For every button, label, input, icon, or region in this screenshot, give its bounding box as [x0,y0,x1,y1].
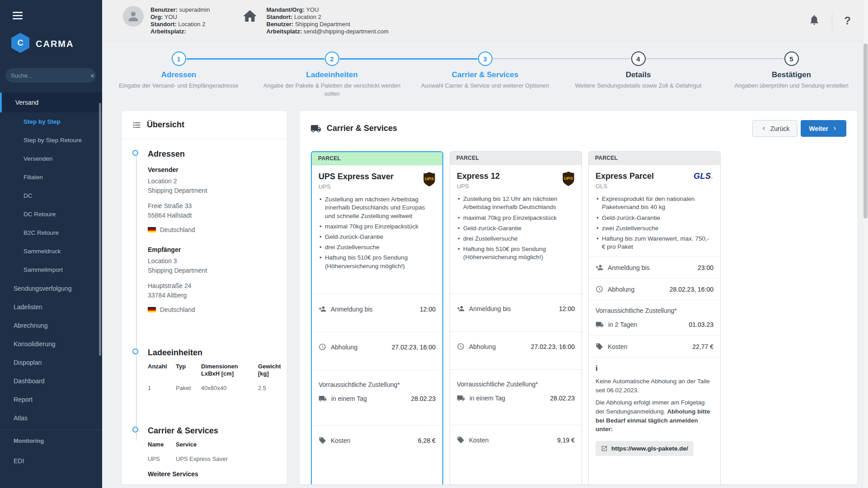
sidebar-item-step-by-step-retoure[interactable]: Step by Step Retoure [0,131,102,149]
link-text: https://www.gls-pakete.de/ [611,445,688,452]
sidebar-scrollbar-thumb[interactable] [99,103,101,356]
home-icon [240,6,260,27]
wizard-step-best-tigen[interactable]: 5BestätigenAngaben überprüfen und Sendun… [715,51,868,98]
card-carrier-name: UPS [319,183,394,190]
clock-icon [596,285,603,293]
sidebar-item-dispoplan[interactable]: Dispoplan [0,353,102,372]
card-carrier-name: UPS [457,183,500,190]
sidebar-item-sammeldruck[interactable]: Sammeldruck [0,242,102,260]
step-title: Adressen [161,70,196,79]
row-value: 27.02.23, 16:00 [531,343,575,350]
carrier-card-express-12[interactable]: PARCELExpress 12UPSUPSZustellung bis 12 … [450,151,582,484]
user-avatar-icon [123,6,144,27]
topbar-divider [832,12,832,29]
search-input[interactable] [11,72,90,79]
ups-logo-icon: UPS [562,172,575,188]
table-header-row: NameService [148,441,276,448]
person-add-icon [319,305,326,313]
gls-registration-link[interactable]: https://www.gls-pakete.de/ [596,441,694,456]
step-description: Weitere Sendungsdetails sowie Zoll & Gef… [575,82,701,90]
table-cell: 1 [148,377,176,391]
kosten-row: Kosten22,77 € [589,335,720,357]
table-cell: Paket [176,377,201,391]
zustellung-duration: in einem Tag [331,395,367,402]
row-label: Abholung [608,286,634,293]
info-line: Mandant/Org: YOU [267,6,389,14]
column-header: Name [148,441,176,448]
table-row: 1Paket40x60x402.5 [148,377,276,391]
service-feature: Haftung bis 510€ pro Sendung (Höherversi… [458,245,575,261]
next-button[interactable]: Weiter [801,120,846,137]
kosten-row: Kosten9,19 € [450,425,582,463]
clear-search-icon[interactable]: × [90,72,94,79]
carrier-cards: PARCELUPS Express SaverUPSUPSZustellung … [300,146,857,484]
carrier-card-express-parcel[interactable]: PARCELExpress ParcelGLSGLS.Expressproduk… [588,151,721,484]
sidebar-item-konsolidierung[interactable]: Konsolidierung [0,335,102,353]
address-line: Location 2 [148,177,276,186]
back-button[interactable]: Zurück [752,120,798,137]
page-scrollbar [863,0,868,488]
chevron-right-icon [831,125,838,132]
row-label: Abholung [331,344,357,351]
sidebar-item-step-by-step[interactable]: Step by Step [0,112,102,131]
row-value: 9,19 € [557,437,575,444]
sidebar-item-versenden[interactable]: Versenden [0,149,102,168]
step-title: Ladeeinheiten [306,70,357,79]
truck-icon [319,395,327,403]
overview-section-adressen: Adressen VersenderLocation 2Shipping Dep… [148,149,276,313]
zustellung-duration: in 2 Tagen [608,321,637,328]
sidebar-item-versand[interactable]: Versand [0,93,102,112]
service-feature: Haftung bis 510€ pro Sendung (Höherversi… [319,254,436,270]
step-title: Details [626,70,651,79]
back-button-label: Zurück [770,125,790,132]
card-title-col: Express ParcelGLS [596,172,654,190]
menu-toggle-icon[interactable] [0,0,102,19]
help-icon[interactable]: ? [844,14,851,27]
carrier-card-ups-express-saver[interactable]: PARCELUPS Express SaverUPSUPSZustellung … [311,151,443,484]
sidebar-item-ladelisten[interactable]: Ladelisten [0,297,102,316]
step-description: Angabe der Pakete & Paletten die verschi… [258,82,407,98]
column-header: Service [176,441,276,448]
service-feature: drei Zustellversuche [458,235,575,243]
zustellung-row: in einem Tag28.02.23 [457,394,575,402]
sidebar-item-b2c-retoure[interactable]: B2C Retoure [0,223,102,242]
main-scrollbar-thumb[interactable] [863,43,868,218]
row-label: Kosten [331,437,351,444]
step-number: 2 [325,51,339,66]
sidebar-item-dc[interactable]: DC [0,186,102,205]
overview-section-ladeeinheiten: Ladeeinheiten AnzahlTypDimensionen LxBxH… [148,348,276,391]
carrier-panel-header: Carrier & Services Zurück Weiter [300,111,857,146]
sidebar-item-sammelimport[interactable]: Sammelimport [0,260,102,279]
row-label: Kosten [608,343,628,350]
sidebar-item-abrechnung[interactable]: Abrechnung [0,316,102,335]
list-icon [132,121,141,130]
zustellung-block: Vorraussichtliche Zustellung*in 2 Tagen0… [589,300,720,335]
info-icon: i [596,363,713,373]
overview-body: Adressen VersenderLocation 2Shipping Dep… [122,139,287,478]
row-value: 22,77 € [692,343,713,350]
sidebar-item-sendungsverfolgung[interactable]: Sendungsverfolgung [0,279,102,297]
sidebar-item-filialen[interactable]: Filialen [0,168,102,186]
ups-logo-icon: UPS [423,172,436,188]
sidebar-item-dashboard[interactable]: Dashboard [0,372,102,390]
wizard-nav-buttons: Zurück Weiter [752,120,846,137]
card-title-col: UPS Express SaverUPS [319,172,394,190]
card-type-badge: PARCEL [589,152,720,165]
info-line: Benutzer: superadmin [150,6,210,14]
sidebar-item-atlas[interactable]: Atlas [0,409,102,427]
card-title-row: Express 12UPSUPS [450,165,582,190]
service-feature-list: Expressprodukt für den nationalen Paketv… [589,195,720,256]
service-feature-list: Zustellung am nächsten Arbeitstag innerh… [312,195,442,294]
service-feature: Geld-zurück-Garantie [319,233,436,241]
step-title: Carrier & Services [452,70,518,79]
card-carrier-name: GLS [596,183,654,190]
sidebar-item-report[interactable]: Report [0,390,102,409]
notifications-bell-icon[interactable] [808,14,820,28]
service-feature: maximal 70kg pro Einzelpackstück [319,223,436,231]
card-type-badge: PARCEL [450,152,582,165]
sidebar-item-dc-retoure[interactable]: DC Retoure [0,205,102,223]
anmeldung-row: Anmeldung bis12:00 [450,293,582,331]
svg-text:C: C [18,38,23,47]
sidebar-item-edi[interactable]: EDI [0,451,102,470]
abholung-row: Abholung27.02.23, 16:00 [312,332,442,370]
